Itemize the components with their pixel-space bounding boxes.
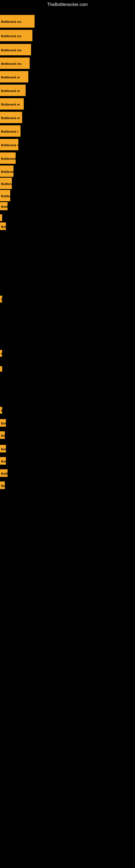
bar-item-22: Bott (0, 419, 6, 427)
bar-item-7: Bottleneck re (0, 98, 24, 110)
bar-item-19: B (0, 350, 2, 357)
bar-item-21: B (0, 407, 2, 414)
bar-item-20 (0, 366, 2, 372)
bar-item-6: Bottleneck re (0, 85, 26, 96)
bar-item-10: Bottleneck r (0, 139, 18, 150)
site-title: TheBottlenecker.com (0, 0, 135, 9)
bar-item-5: Bottleneck re (0, 71, 28, 83)
bar-item-16 (0, 214, 2, 221)
bar-item-4: Bottleneck res (0, 58, 30, 69)
bar-item-23: Bo (0, 431, 5, 439)
bar-item-9: Bottleneck r (0, 125, 20, 137)
bar-item-24: Bott (0, 445, 6, 453)
bar-item-13: Bottleneck (0, 178, 12, 189)
bar-item-14: Bottleneck (0, 190, 10, 201)
bar-item-3: Bottleneck res (0, 44, 31, 55)
bar-item-15: Bottle (0, 202, 8, 210)
bar-item-27: Bo (0, 482, 5, 489)
bar-item-1: Bottleneck res (0, 15, 35, 28)
bar-item-8: Bottleneck re (0, 112, 22, 123)
bar-item-18: B (0, 296, 2, 303)
bar-item-12: Bottleneck (0, 165, 13, 177)
bar-item-25: Bott (0, 457, 6, 465)
bar-item-26: Bottle (0, 469, 8, 477)
bar-item-2: Bottleneck res (0, 30, 32, 41)
bar-item-17: Bott (0, 222, 6, 230)
bar-item-11: Bottleneck r (0, 152, 16, 164)
